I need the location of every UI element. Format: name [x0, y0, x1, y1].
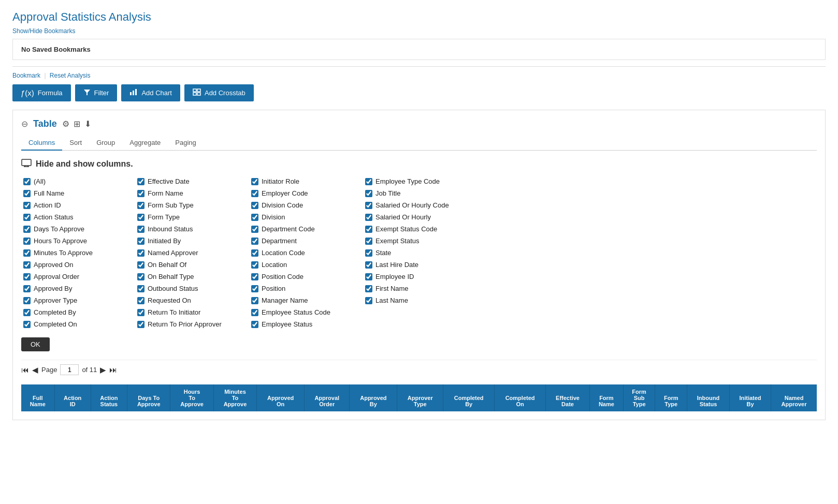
column-checkbox[interactable] — [251, 214, 258, 221]
prev-page-nav[interactable]: ◀ — [32, 365, 38, 375]
table-header-cell[interactable]: FullName — [21, 384, 54, 411]
tab-sort[interactable]: Sort — [62, 136, 89, 151]
column-checkbox[interactable] — [23, 309, 31, 316]
column-label: Division Code — [262, 201, 303, 209]
column-checkbox[interactable] — [137, 190, 145, 197]
table-header-cell[interactable]: FormSubType — [623, 384, 655, 411]
grid-icon[interactable]: ⊞ — [74, 119, 80, 129]
column-checkbox[interactable] — [23, 321, 31, 328]
table-header-cell[interactable]: InboundStatus — [687, 384, 730, 411]
first-page-nav[interactable]: ⏮ — [21, 365, 29, 374]
table-header-cell[interactable]: FormType — [655, 384, 687, 411]
column-checkbox[interactable] — [251, 309, 258, 316]
column-checkbox[interactable] — [251, 297, 258, 304]
settings-icon[interactable]: ⚙ — [62, 119, 69, 129]
table-header-cell[interactable]: ActionStatus — [91, 384, 127, 411]
collapse-icon[interactable]: ⊖ — [21, 119, 28, 129]
page-input[interactable] — [60, 364, 79, 375]
column-checkbox[interactable] — [23, 273, 31, 280]
table-header-cell[interactable]: Days ToApprove — [127, 384, 170, 411]
column-checkbox[interactable] — [23, 249, 31, 257]
column-checkbox[interactable] — [365, 261, 372, 269]
last-page-nav[interactable]: ⏭ — [109, 365, 117, 374]
column-checkbox[interactable] — [137, 321, 145, 328]
column-checkbox[interactable] — [137, 297, 145, 304]
add-chart-button[interactable]: Add Chart — [121, 84, 180, 101]
filter-button[interactable]: Filter — [75, 84, 118, 101]
table-header-cell[interactable]: ApprovedBy — [350, 384, 397, 411]
table-header-cell[interactable]: CompletedBy — [443, 384, 495, 411]
formula-button[interactable]: ƒ(x) Formula — [12, 84, 71, 101]
column-checkbox[interactable] — [365, 178, 372, 185]
column-checkbox[interactable] — [365, 214, 372, 221]
column-checkbox[interactable] — [23, 285, 31, 292]
column-checkbox[interactable] — [251, 285, 258, 292]
column-checkbox[interactable] — [137, 226, 145, 233]
column-checkbox[interactable] — [365, 226, 372, 233]
column-checkbox[interactable] — [23, 214, 31, 221]
column-checkbox[interactable] — [251, 178, 258, 185]
column-checkbox[interactable] — [23, 202, 31, 209]
bookmark-toggle[interactable]: Show/Hide Bookmarks — [12, 27, 75, 35]
column-checkbox[interactable] — [137, 214, 145, 221]
column-checkbox[interactable] — [23, 226, 31, 233]
column-checkbox[interactable] — [251, 238, 258, 245]
column-checkbox[interactable] — [23, 178, 31, 185]
table-header-cell[interactable]: ApprovalOrder — [305, 384, 350, 411]
column-checkbox[interactable] — [365, 273, 372, 280]
column-checkbox[interactable] — [23, 297, 31, 304]
next-page-nav[interactable]: ▶ — [100, 365, 106, 375]
column-checkbox[interactable] — [137, 178, 145, 185]
table-header-cell[interactable]: InitiatedBy — [729, 384, 771, 411]
column-checkbox[interactable] — [137, 249, 145, 257]
column-checkbox[interactable] — [251, 249, 258, 257]
column-checkbox[interactable] — [365, 238, 372, 245]
table-header-cell[interactable]: FormName — [590, 384, 624, 411]
tab-group[interactable]: Group — [89, 136, 122, 151]
download-icon[interactable]: ⬇ — [84, 119, 91, 129]
reset-link[interactable]: Reset Analysis — [50, 72, 91, 79]
tab-aggregate[interactable]: Aggregate — [122, 136, 168, 151]
table-header-cell[interactable]: ActionID — [54, 384, 91, 411]
column-checkbox[interactable] — [137, 285, 145, 292]
column-checkbox[interactable] — [365, 297, 372, 304]
section-title: Hide and show columns. — [21, 159, 817, 169]
column-label: Named Approver — [148, 249, 198, 257]
column-checkbox[interactable] — [365, 249, 372, 257]
column-checkbox[interactable] — [251, 190, 258, 197]
column-checkbox[interactable] — [365, 202, 372, 209]
column-checkbox[interactable] — [251, 226, 258, 233]
table-header-cell[interactable]: HoursToApprove — [170, 384, 213, 411]
column-checkbox[interactable] — [365, 190, 372, 197]
bookmark-link[interactable]: Bookmark — [12, 72, 40, 79]
column-checkbox[interactable] — [365, 285, 372, 292]
column-checkbox[interactable] — [23, 190, 31, 197]
column-checkbox[interactable] — [251, 202, 258, 209]
add-crosstab-button[interactable]: Add Crosstab — [184, 84, 254, 101]
column-label: Days To Approve — [34, 225, 84, 233]
column-checkbox[interactable] — [137, 309, 145, 316]
column-checkbox[interactable] — [137, 261, 145, 269]
columns-grid: (All)Effective DateInitiator RoleEmploye… — [21, 176, 817, 329]
tab-paging[interactable]: Paging — [168, 136, 203, 151]
column-checkbox[interactable] — [23, 261, 31, 269]
column-label: Employee ID — [375, 273, 414, 280]
table-header-cell[interactable]: CompletedOn — [495, 384, 546, 411]
column-checkbox[interactable] — [251, 321, 258, 328]
column-label: Manager Name — [262, 297, 308, 304]
table-header-cell[interactable]: ApprovedOn — [257, 384, 305, 411]
column-checkbox[interactable] — [137, 273, 145, 280]
column-checkbox[interactable] — [137, 238, 145, 245]
column-checkbox[interactable] — [251, 261, 258, 269]
table-header-cell[interactable]: ApproverType — [397, 384, 443, 411]
column-item: Department Code — [249, 224, 363, 234]
column-checkbox[interactable] — [137, 202, 145, 209]
column-checkbox[interactable] — [251, 273, 258, 280]
table-header-cell[interactable]: EffectiveDate — [546, 384, 590, 411]
column-item: Approved By — [21, 284, 135, 293]
table-header-cell[interactable]: NamedApprover — [771, 384, 817, 411]
ok-button[interactable]: OK — [21, 337, 50, 351]
column-checkbox[interactable] — [23, 238, 31, 245]
table-header-cell[interactable]: MinutesToApprove — [213, 384, 256, 411]
tab-columns[interactable]: Columns — [21, 136, 62, 151]
